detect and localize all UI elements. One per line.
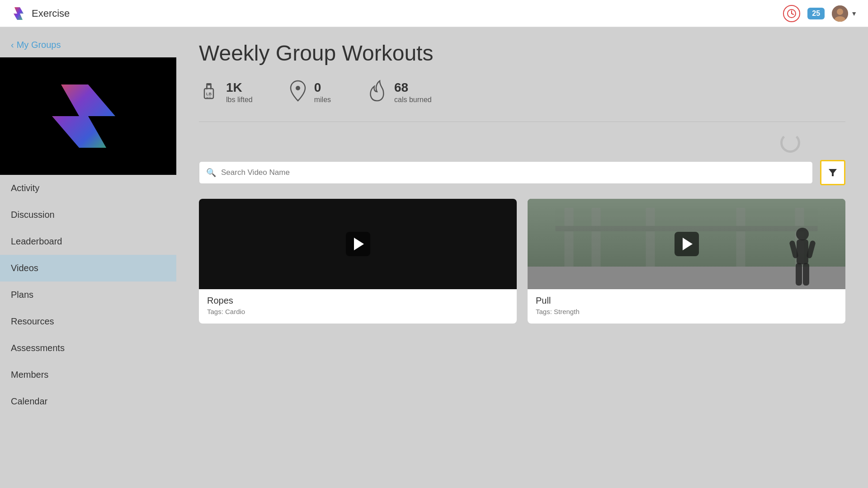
group-logo-graphic bbox=[43, 71, 133, 161]
sidebar-item-members[interactable]: Members bbox=[0, 361, 176, 388]
stat-cals: 68 cals burned bbox=[367, 79, 432, 105]
stat-cals-value: 68 bbox=[394, 80, 432, 95]
search-input-wrapper: 🔍 bbox=[199, 161, 813, 184]
nav-actions: 25 ▼ bbox=[783, 5, 857, 22]
video-name-ropes: Ropes bbox=[207, 296, 509, 306]
figure-silhouette bbox=[787, 226, 818, 289]
app-logo[interactable]: Exercise bbox=[11, 5, 70, 22]
search-filter-area: 🔍 bbox=[199, 160, 845, 185]
loading-spinner bbox=[780, 133, 800, 153]
stat-lbs-label: lbs lifted bbox=[226, 96, 253, 104]
stat-lbs-text: 1K lbs lifted bbox=[226, 80, 253, 104]
svg-marker-17 bbox=[829, 169, 837, 176]
filter-icon bbox=[827, 167, 838, 178]
app-layout: ‹ My Groups Activ bbox=[0, 27, 868, 488]
sidebar-item-discussion[interactable]: Discussion bbox=[0, 202, 176, 228]
video-thumb-ropes bbox=[199, 199, 517, 289]
sidebar-item-assessments[interactable]: Assessments bbox=[0, 335, 176, 361]
svg-rect-14 bbox=[206, 83, 212, 85]
stat-cals-label: cals burned bbox=[394, 96, 432, 104]
play-triangle-icon-pull bbox=[683, 238, 693, 250]
video-tags-pull: Tags: Strength bbox=[536, 308, 837, 315]
sidebar-item-calendar[interactable]: Calendar bbox=[0, 388, 176, 415]
video-card-ropes[interactable]: Ropes Tags: Cardio bbox=[199, 199, 517, 324]
video-grid: Ropes Tags: Cardio bbox=[199, 199, 845, 324]
play-button-ropes[interactable] bbox=[346, 232, 370, 256]
svg-marker-0 bbox=[14, 7, 24, 20]
video-name-pull: Pull bbox=[536, 296, 837, 306]
play-triangle-icon bbox=[354, 238, 364, 250]
video-card-pull[interactable]: Pull Tags: Strength bbox=[528, 199, 845, 324]
stat-miles-value: 0 bbox=[314, 80, 331, 95]
video-tags-ropes: Tags: Cardio bbox=[207, 308, 509, 315]
clock-button[interactable] bbox=[783, 5, 800, 22]
sidebar-item-plans[interactable]: Plans bbox=[0, 282, 176, 308]
back-to-my-groups-link[interactable]: ‹ My Groups bbox=[0, 36, 176, 57]
avatar bbox=[832, 5, 848, 22]
svg-rect-22 bbox=[796, 263, 802, 286]
svg-rect-13 bbox=[210, 85, 212, 89]
svg-rect-26 bbox=[646, 208, 655, 280]
sidebar-nav-menu: Activity Discussion Leaderboard Videos P… bbox=[0, 175, 176, 415]
svg-rect-12 bbox=[206, 85, 208, 89]
svg-line-3 bbox=[792, 14, 793, 14]
sidebar-item-leaderboard[interactable]: Leaderboard bbox=[0, 228, 176, 255]
back-link-label: My Groups bbox=[17, 40, 61, 50]
weight-icon: LB KG bbox=[199, 80, 219, 105]
main-content: Weekly Group Workouts LB KG 1K lbs li bbox=[176, 27, 868, 488]
video-info-ropes: Ropes Tags: Cardio bbox=[199, 289, 517, 324]
location-icon bbox=[289, 79, 307, 105]
top-navigation: Exercise 25 ▼ bbox=[0, 0, 868, 27]
stat-miles: 0 miles bbox=[289, 79, 331, 105]
svg-rect-25 bbox=[592, 208, 601, 280]
video-thumb-pull bbox=[528, 199, 845, 289]
app-title: Exercise bbox=[32, 8, 70, 19]
stat-miles-label: miles bbox=[314, 96, 331, 104]
svg-rect-29 bbox=[556, 226, 818, 231]
stats-row: LB KG 1K lbs lifted bbox=[199, 79, 845, 105]
stats-divider bbox=[199, 122, 845, 122]
stat-lbs-value: 1K bbox=[226, 80, 253, 95]
notification-badge[interactable]: 25 bbox=[807, 8, 825, 19]
group-title: Weekly Group Workouts bbox=[199, 41, 845, 66]
svg-point-5 bbox=[837, 9, 843, 15]
sidebar-item-videos[interactable]: Videos bbox=[0, 255, 176, 282]
loading-spinner-area bbox=[199, 133, 845, 153]
svg-point-15 bbox=[296, 86, 300, 90]
sidebar: ‹ My Groups Activ bbox=[0, 27, 176, 488]
stat-lbs-lifted: LB KG 1K lbs lifted bbox=[199, 80, 253, 105]
user-menu-button[interactable]: ▼ bbox=[832, 5, 857, 22]
fire-icon bbox=[367, 79, 387, 105]
search-icon: 🔍 bbox=[206, 168, 216, 178]
group-image bbox=[0, 57, 176, 175]
svg-rect-24 bbox=[565, 208, 574, 280]
svg-rect-27 bbox=[736, 208, 745, 280]
clock-icon bbox=[787, 9, 797, 19]
svg-rect-19 bbox=[797, 239, 808, 264]
filter-button[interactable] bbox=[820, 160, 845, 185]
search-input[interactable] bbox=[199, 161, 813, 184]
chevron-down-icon: ▼ bbox=[851, 10, 857, 17]
sidebar-item-resources[interactable]: Resources bbox=[0, 308, 176, 335]
svg-rect-23 bbox=[803, 263, 809, 286]
stat-cals-text: 68 cals burned bbox=[394, 80, 432, 104]
svg-text:KG: KG bbox=[206, 96, 212, 100]
stat-miles-text: 0 miles bbox=[314, 80, 331, 104]
sidebar-item-activity[interactable]: Activity bbox=[0, 175, 176, 202]
chevron-left-icon: ‹ bbox=[11, 40, 14, 50]
play-button-pull[interactable] bbox=[675, 232, 699, 256]
video-info-pull: Pull Tags: Strength bbox=[528, 289, 845, 324]
svg-point-18 bbox=[796, 228, 809, 240]
logo-icon bbox=[11, 5, 27, 22]
